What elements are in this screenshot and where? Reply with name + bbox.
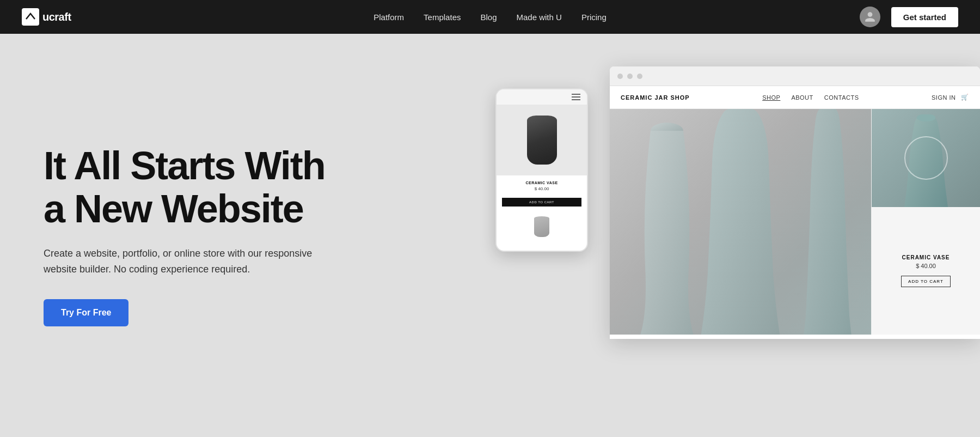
shop-nav-links: SHOP ABOUT CONTACTS xyxy=(762,94,859,101)
mobile-product-price: $ 40.00 xyxy=(502,186,581,191)
mobile-vase-shape xyxy=(527,116,557,165)
try-for-free-button[interactable]: Try For Free xyxy=(44,299,128,326)
mobile-product-info: CERAMIC VASE $ 40.00 ADD TO CART xyxy=(497,175,587,212)
product-info: CERAMIC VASE $ 40.00 ADD TO CART xyxy=(872,207,980,335)
product-card-image xyxy=(872,109,980,207)
add-to-cart-button[interactable]: ADD TO CART xyxy=(901,276,951,287)
hero-title: It All Starts With a New Website xyxy=(44,144,327,230)
mobile-mockup: CERAMIC VASE $ 40.00 ADD TO CART xyxy=(495,88,588,252)
mobile-bottom-vase xyxy=(534,216,549,237)
shop-image-area: CERAMIC VASE $ 40.00 ADD TO CART xyxy=(610,109,980,335)
shop-navbar: CERAMIC JAR SHOP SHOP ABOUT CONTACTS SIG… xyxy=(610,86,980,109)
browser-dot-1 xyxy=(617,74,623,79)
hero-section: It All Starts With a New Website Create … xyxy=(0,0,980,437)
logo-icon xyxy=(22,8,39,26)
product-name: CERAMIC VASE xyxy=(902,254,950,260)
browser-dot-3 xyxy=(637,74,642,79)
mobile-menu-icon xyxy=(572,94,580,100)
cart-icon: 🛒 xyxy=(961,94,969,101)
logo[interactable]: ucraft xyxy=(22,8,71,26)
browser-mockup: CERAMIC JAR SHOP SHOP ABOUT CONTACTS SIG… xyxy=(610,66,980,339)
main-nav: Platform Templates Blog Made with U Pric… xyxy=(373,13,607,22)
mobile-product-name: CERAMIC VASE xyxy=(502,181,581,185)
nav-blog[interactable]: Blog xyxy=(480,13,497,22)
shop-nav-right: SIGN IN 🛒 xyxy=(932,94,969,101)
shop-sign-in: SIGN IN xyxy=(932,94,955,101)
hero-subtitle: Create a website, portfolio, or online s… xyxy=(44,246,327,277)
hero-visual: CERAMIC JAR SHOP SHOP ABOUT CONTACTS SIG… xyxy=(490,34,980,437)
get-started-button[interactable]: Get started xyxy=(891,7,958,27)
nav-pricing[interactable]: Pricing xyxy=(581,13,607,22)
hero-content: It All Starts With a New Website Create … xyxy=(0,144,327,326)
browser-dot-2 xyxy=(627,74,633,79)
product-card: CERAMIC VASE $ 40.00 ADD TO CART xyxy=(871,109,980,335)
menu-line-2 xyxy=(572,96,580,98)
mobile-add-to-cart-button[interactable]: ADD TO CART xyxy=(502,198,581,207)
navbar-right: Get started xyxy=(860,7,958,27)
ceramic-vase-right-small xyxy=(800,109,855,335)
ceramic-vase-left xyxy=(632,114,702,335)
ceramic-vase-center xyxy=(697,109,784,335)
mobile-bottom xyxy=(497,212,587,241)
circle-overlay xyxy=(904,136,948,180)
shop-logo: CERAMIC JAR SHOP xyxy=(621,94,690,101)
browser-bar xyxy=(610,66,980,86)
user-avatar[interactable] xyxy=(860,7,880,27)
menu-line-3 xyxy=(572,99,580,100)
nav-platform[interactable]: Platform xyxy=(373,13,404,22)
mobile-bar xyxy=(497,89,587,105)
browser-body: CERAMIC JAR SHOP SHOP ABOUT CONTACTS SIG… xyxy=(610,86,980,339)
nav-made-with-u[interactable]: Made with U xyxy=(517,13,562,22)
nav-templates[interactable]: Templates xyxy=(424,13,461,22)
product-price: $ 40.00 xyxy=(916,263,936,269)
logo-text: ucraft xyxy=(42,11,71,23)
mobile-product-image xyxy=(497,105,587,175)
shop-nav-about: ABOUT xyxy=(791,94,813,101)
ceramic-background xyxy=(610,109,871,335)
shop-nav-contacts: CONTACTS xyxy=(824,94,859,101)
menu-line-1 xyxy=(572,94,580,95)
shop-nav-shop: SHOP xyxy=(762,94,780,101)
navbar: ucraft Platform Templates Blog Made with… xyxy=(0,0,980,34)
